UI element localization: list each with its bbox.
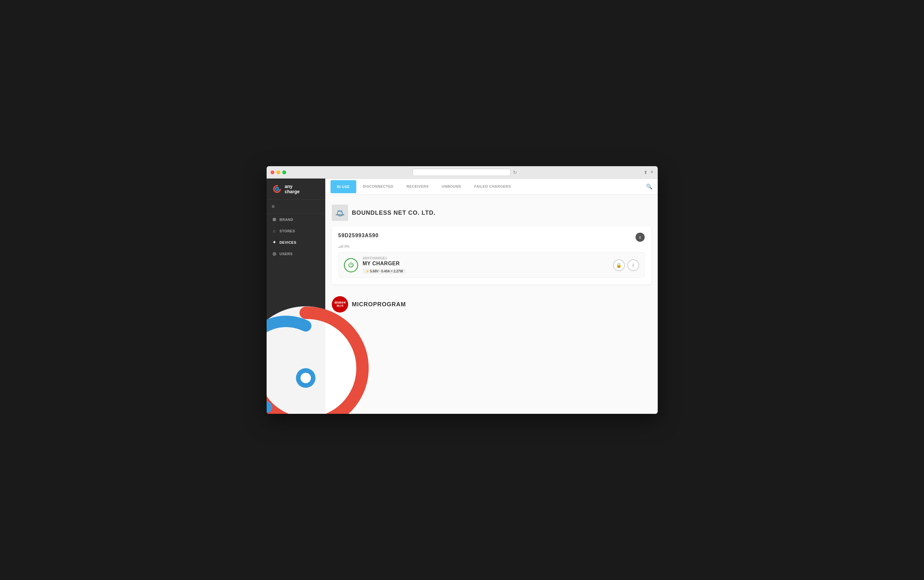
sidebar-logo: any charge	[267, 178, 325, 200]
company-boundless-logo: any charge	[332, 204, 348, 221]
charger-item: ⏻ ANYCHARGE1 MY CHARGER ⚡ 5.68V · 0.40A …	[338, 252, 645, 278]
device-card: 59D25993A590 i 0%	[332, 226, 651, 285]
svg-point-2	[276, 188, 278, 189]
device-info-button[interactable]: i	[635, 232, 645, 242]
signal-bars-icon	[338, 245, 343, 248]
sidebar-item-label: USERS	[280, 252, 293, 256]
power-icon: ⏻	[348, 262, 354, 269]
app-container: any charge ≡ ⊞ BRAND ⌂ STORES ✦ DEVICES	[267, 178, 658, 414]
lock-button[interactable]: 🔒	[613, 259, 625, 271]
tab-unbound[interactable]: UNBOUND	[435, 180, 468, 194]
svg-rect-3	[332, 204, 348, 221]
power-button[interactable]: ⏻	[344, 258, 358, 272]
share-button[interactable]: ⬆	[644, 170, 648, 175]
svg-text:限公司: 限公司	[337, 305, 343, 307]
title-bar: app.anycharge.net ↻ ⬆ +	[267, 166, 658, 178]
sidebar-item-users[interactable]: ◎ USERS	[267, 248, 325, 259]
charger-info: ANYCHARGE1 MY CHARGER ⚡ 5.68V · 0.40A = …	[363, 257, 609, 274]
lock-icon: 🔒	[616, 263, 622, 268]
stores-icon: ⌂	[272, 228, 277, 233]
users-icon: ◎	[272, 251, 277, 256]
tab-disconnected[interactable]: DISCONNECTED	[356, 180, 400, 194]
company-microprogram-header: 資訊股份有 限公司 MICROPROGRAM	[332, 290, 651, 316]
company-boundless-header: any charge BOUNDLESS NET CO. LTD.	[332, 201, 651, 226]
tabs-bar: IN USE DISCONNECTED RECEIVERS UNBOUND FA…	[325, 178, 658, 195]
tab-receivers[interactable]: RECEIVERS	[400, 180, 435, 194]
tab-in-use[interactable]: IN USE	[330, 180, 356, 193]
charger-actions: 🔒 i	[613, 259, 639, 271]
device-id: 59D25993A590	[338, 232, 379, 239]
svg-text:charge: charge	[335, 213, 344, 216]
charger-name: MY CHARGER	[363, 261, 609, 267]
logo-text: any charge	[285, 184, 300, 194]
charger-info-button[interactable]: i	[627, 259, 639, 271]
company-boundless-name: BOUNDLESS NET CO. LTD.	[352, 209, 436, 216]
sidebar-item-label: BRAND	[280, 218, 293, 222]
sidebar-item-brand[interactable]: ⊞ BRAND	[267, 214, 325, 225]
hamburger-icon: ≡	[272, 204, 275, 209]
svg-text:資訊股份有: 資訊股份有	[334, 301, 346, 304]
brand-icon: ⊞	[272, 217, 277, 222]
charger-stats: ⚡ 5.68V · 0.40A = 2.27W	[363, 269, 406, 274]
info-circle-icon: i	[633, 263, 634, 268]
sidebar-item-label: DEVICES	[280, 241, 297, 244]
device-signal: 0%	[338, 244, 645, 248]
sidebar-item-devices[interactable]: ✦ DEVICES	[267, 237, 325, 248]
company-microprogram-logo: 資訊股份有 限公司	[332, 296, 348, 313]
svg-point-7	[332, 296, 348, 313]
new-tab-button[interactable]: +	[650, 169, 654, 176]
sidebar-item-stores[interactable]: ⌂ STORES	[267, 225, 325, 237]
tab-failed-chargers[interactable]: FAILED CHARGERS	[468, 180, 518, 194]
signal-percentage: 0%	[345, 244, 350, 248]
content-area: any charge BOUNDLESS NET CO. LTD. 59D259…	[325, 195, 658, 414]
address-bar: app.anycharge.net ↻	[289, 169, 641, 176]
company-microprogram-name: MICROPROGRAM	[352, 301, 406, 308]
sidebar-menu-toggle[interactable]: ≡	[267, 200, 325, 214]
devices-icon: ✦	[272, 240, 277, 245]
sidebar-item-label: STORES	[280, 229, 295, 233]
close-button[interactable]	[271, 170, 274, 174]
sidebar: any charge ≡ ⊞ BRAND ⌂ STORES ✦ DEVICES	[267, 178, 325, 414]
logo-icon	[272, 184, 282, 194]
url-input[interactable]: app.anycharge.net	[412, 169, 510, 176]
traffic-lights	[271, 170, 286, 174]
minimize-button[interactable]	[276, 170, 280, 174]
info-icon: i	[639, 235, 641, 240]
search-button[interactable]: 🔍	[646, 183, 652, 189]
device-header: 59D25993A590 i	[338, 232, 645, 242]
refresh-button[interactable]: ↻	[513, 170, 517, 175]
charger-label: ANYCHARGE1	[363, 257, 609, 260]
main-content: IN USE DISCONNECTED RECEIVERS UNBOUND FA…	[325, 178, 658, 414]
maximize-button[interactable]	[282, 170, 286, 174]
